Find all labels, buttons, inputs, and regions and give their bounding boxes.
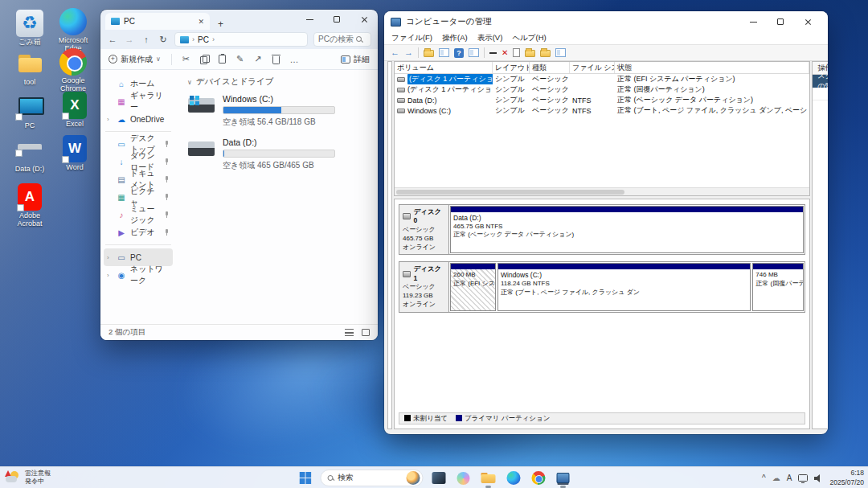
drive-item-windows-c[interactable]: Windows (C:) 空き領域 56.4 GB/118 GB bbox=[187, 94, 373, 128]
menu-file[interactable]: ファイル(F) bbox=[391, 33, 432, 43]
delete-icon[interactable]: ✕ bbox=[502, 48, 508, 57]
col-type[interactable]: 種類 bbox=[530, 62, 570, 73]
horizontal-scrollbar[interactable] bbox=[395, 187, 809, 195]
view-details-button[interactable]: 詳細 bbox=[341, 54, 370, 65]
sidebar-item-onedrive[interactable]: › ☁ OneDrive bbox=[104, 110, 173, 128]
list-view-icon[interactable] bbox=[345, 329, 354, 336]
desktop-icon-edge[interactable]: Microsoft Edge bbox=[50, 8, 96, 53]
tree-item-event-viewer[interactable]: › イベント ビューアー bbox=[390, 97, 392, 109]
ime-indicator[interactable]: A bbox=[787, 474, 792, 482]
breadcrumb-pc[interactable]: PC bbox=[198, 35, 209, 44]
new-tab-button[interactable]: + bbox=[218, 18, 223, 30]
search-input[interactable]: PCの検索 bbox=[313, 32, 371, 47]
rename-icon[interactable]: ✎ bbox=[236, 54, 244, 64]
sidebar-item-videos[interactable]: ▶ ビデオ bbox=[104, 223, 173, 241]
maximize-button[interactable] bbox=[323, 10, 350, 29]
menu-view[interactable]: 表示(V) bbox=[477, 33, 503, 43]
network-icon[interactable] bbox=[798, 474, 808, 482]
tree-item-performance[interactable]: › パフォーマンス bbox=[390, 129, 392, 141]
forward-icon[interactable]: → bbox=[124, 35, 135, 44]
col-layout[interactable]: レイアウト bbox=[493, 62, 530, 73]
actions-more-actions[interactable]: 他の操作 ▶ bbox=[813, 88, 828, 100]
paste-icon[interactable] bbox=[219, 55, 226, 64]
chevron-down-icon[interactable]: ∨ bbox=[390, 66, 392, 73]
file-explorer-taskbar-button[interactable] bbox=[479, 469, 498, 488]
tree-item-disk-management[interactable]: ディスクの管理 bbox=[390, 162, 392, 174]
volume-row[interactable]: Data (D:) シンプル ベーシック NTFS 正常 (ベーシック データ … bbox=[395, 95, 809, 105]
show-console-tree-icon[interactable] bbox=[439, 48, 449, 57]
desktop-icon-excel[interactable]: X Excel bbox=[51, 92, 98, 129]
copy-icon[interactable] bbox=[200, 55, 208, 64]
desktop-icon-folder[interactable]: tool bbox=[6, 50, 53, 87]
edge-taskbar-button[interactable] bbox=[504, 469, 523, 488]
tree-item-task-scheduler[interactable]: › タスク スケジューラ bbox=[390, 86, 392, 97]
col-filesystem[interactable]: ファイル システム bbox=[570, 62, 615, 73]
weather-widget[interactable]: 雷注意報 発令中 bbox=[5, 470, 51, 486]
export-list-icon[interactable] bbox=[540, 50, 551, 57]
desktop-icon-data-drive[interactable]: Data (D:) bbox=[6, 137, 53, 174]
volume-row[interactable]: (ディスク 1 パーティション 1) シンプル ベーシック 正常 (EFI シス… bbox=[395, 74, 809, 84]
up-one-level-icon[interactable] bbox=[424, 50, 434, 57]
tree-item-local-users[interactable]: › ローカル ユーザーとグループ bbox=[390, 119, 392, 130]
forward-icon[interactable]: → bbox=[404, 48, 413, 57]
refresh-icon[interactable]: ↻ bbox=[158, 35, 169, 45]
desktop-icon-pc[interactable]: PC bbox=[6, 93, 53, 130]
volume-row[interactable]: Windows (C:) シンプル ベーシック NTFS 正常 (ブート, ペー… bbox=[395, 105, 809, 116]
back-icon[interactable]: ← bbox=[391, 48, 399, 57]
properties-icon[interactable] bbox=[469, 48, 479, 57]
menu-help[interactable]: ヘルプ(H) bbox=[512, 33, 546, 43]
close-button[interactable] bbox=[350, 10, 378, 29]
tab-close-icon[interactable]: ✕ bbox=[198, 18, 204, 26]
desktop-icon-recycle-bin[interactable]: ♻ ごみ箱 bbox=[6, 10, 53, 47]
back-icon[interactable]: ← bbox=[107, 35, 118, 44]
close-button[interactable] bbox=[794, 12, 821, 31]
more-options-icon[interactable]: … bbox=[290, 55, 299, 64]
minimize-button[interactable] bbox=[296, 10, 323, 29]
devices-and-drives-header[interactable]: ∨ デバイスとドライブ bbox=[187, 76, 373, 88]
tree-item-shared-folders[interactable]: › 共有フォルダー bbox=[390, 108, 392, 119]
computer-management-taskbar-button[interactable] bbox=[554, 469, 573, 488]
menu-action[interactable]: 操作(A) bbox=[442, 33, 468, 43]
delete-icon[interactable] bbox=[272, 56, 280, 64]
disk-1[interactable]: ディスク 1 ベーシック 119.23 GB オンライン 260 MB 正常 (… bbox=[399, 261, 805, 312]
refresh-icon[interactable] bbox=[513, 48, 520, 57]
sidebar-item-music[interactable]: ♪ ミュージック bbox=[104, 206, 173, 223]
col-volume[interactable]: ボリューム bbox=[395, 62, 493, 73]
details-icon[interactable] bbox=[555, 48, 566, 57]
start-button[interactable] bbox=[296, 469, 315, 488]
chrome-taskbar-button[interactable] bbox=[529, 469, 548, 488]
explorer-tab-pc[interactable]: PC ✕ bbox=[105, 13, 210, 30]
volume-row[interactable]: (ディスク 1 パーティション 4) シンプル ベーシック 正常 (回復パーティ… bbox=[395, 84, 809, 95]
share-icon[interactable]: ↗ bbox=[254, 54, 261, 64]
desktop-icon-word[interactable]: W Word bbox=[51, 135, 98, 172]
action-icon[interactable] bbox=[489, 52, 497, 54]
desktop-icon-chrome[interactable]: Google Chrome bbox=[50, 48, 96, 93]
onedrive-tray-icon[interactable]: ☁ bbox=[772, 474, 780, 482]
minimize-button[interactable] bbox=[739, 12, 767, 31]
sidebar-item-gallery[interactable]: ▦ ギャラリー bbox=[104, 92, 173, 110]
help-icon[interactable]: ? bbox=[454, 48, 464, 58]
volume-icon[interactable] bbox=[814, 474, 823, 482]
up-icon[interactable]: ↑ bbox=[141, 35, 152, 44]
actions-disk-management[interactable]: ディスクの管理 ▲ bbox=[813, 75, 828, 88]
partition-efi[interactable]: 260 MB 正常 (EFI システム bbox=[450, 263, 496, 310]
drive-item-data-d[interactable]: Data (D:) 空き領域 465 GB/465 GB bbox=[187, 137, 373, 171]
sidebar-item-network[interactable]: › ◉ ネットワーク bbox=[104, 266, 173, 284]
clock[interactable]: 6:18 2025/07/20 bbox=[829, 469, 864, 486]
partition-windows-c[interactable]: Windows (C:) 118.24 GB NTFS 正常 (ブート, ページ… bbox=[497, 263, 751, 310]
thumbnail-view-icon[interactable] bbox=[362, 329, 370, 336]
breadcrumb[interactable]: › PC › bbox=[174, 32, 308, 47]
desktop-icon-acrobat[interactable]: A Adobe Acrobat bbox=[6, 183, 53, 228]
scrollbar-thumb[interactable] bbox=[396, 190, 624, 195]
new-button[interactable]: + 新規作成 ∨ bbox=[108, 54, 161, 65]
copilot-button[interactable] bbox=[454, 469, 473, 488]
tree-item-services[interactable]: › サービスとアプリケーション bbox=[390, 173, 392, 184]
col-status[interactable]: 状態 bbox=[615, 62, 809, 73]
open-folder-icon[interactable] bbox=[525, 50, 535, 57]
disk-0[interactable]: ディスク 0 ベーシック 465.75 GB オンライン Data (D:) 4… bbox=[399, 204, 805, 255]
taskbar-search[interactable]: 検索 bbox=[321, 470, 424, 486]
cut-icon[interactable]: ✂ bbox=[182, 54, 190, 64]
tree-item-storage[interactable]: ∨ 記憶域 bbox=[390, 151, 392, 162]
maximize-button[interactable] bbox=[767, 12, 794, 31]
tree-item-system-tools[interactable]: ∨ システム ツール bbox=[390, 76, 392, 87]
